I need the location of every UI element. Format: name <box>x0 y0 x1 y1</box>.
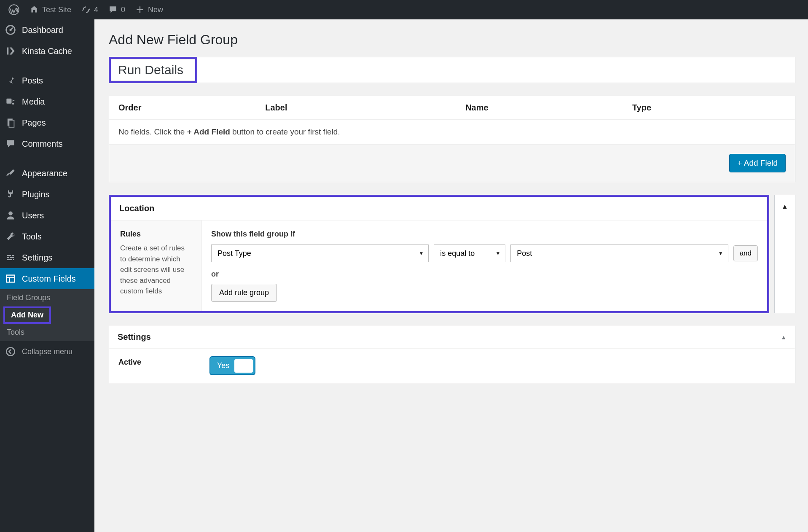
main-content: Add New Field Group Order Label Name Typ… <box>94 19 808 396</box>
settings-toggle[interactable]: ▲ <box>781 334 787 341</box>
new-label: New <box>148 5 163 14</box>
new-link[interactable]: New <box>130 0 168 19</box>
coll. label: Collapse menu <box>22 347 72 356</box>
sliders-icon <box>5 252 16 263</box>
admin-bar: Test Site 4 0 New <box>0 0 808 19</box>
add-rule-group-button[interactable]: Add rule group <box>211 284 277 302</box>
col-order: Order <box>118 103 265 113</box>
sidebar-item-tools[interactable]: Tools <box>0 226 94 247</box>
sidebar-item-plugins[interactable]: Plugins <box>0 184 94 205</box>
sidebar-label: Posts <box>22 76 43 86</box>
col-name: Name <box>465 103 632 113</box>
add-field-button[interactable]: + Add Field <box>729 154 786 172</box>
rule-value-select[interactable]: Post <box>510 245 728 262</box>
settings-control-cell: Yes <box>200 349 795 383</box>
sidebar-item-custom-fields[interactable]: Custom Fields <box>0 268 94 289</box>
page-title: Add New Field Group <box>109 32 795 48</box>
layout-icon <box>5 273 16 284</box>
sidebar-item-users[interactable]: Users <box>0 205 94 226</box>
sidebar-item-kinsta[interactable]: Kinsta Cache <box>0 40 94 62</box>
group-title-input[interactable] <box>111 59 195 81</box>
wordpress-icon <box>8 4 19 15</box>
location-title: Location <box>119 204 759 213</box>
site-name-link[interactable]: Test Site <box>24 0 76 19</box>
settings-header: Settings ▲ <box>109 326 795 348</box>
sidebar-item-pages[interactable]: Pages <box>0 112 94 133</box>
rule-param-select[interactable]: Post Type <box>211 245 429 262</box>
comment-icon <box>5 138 16 149</box>
sidebar-label: Kinsta Cache <box>22 46 72 56</box>
pin-icon <box>5 75 16 86</box>
rule-row: Post Type is equal to Post and <box>211 245 758 262</box>
settings-panel: Settings ▲ Active Yes <box>109 326 795 383</box>
group-title-highlight <box>109 57 197 83</box>
triangle-up-icon: ▲ <box>781 334 787 341</box>
svg-point-7 <box>8 211 13 215</box>
rule-param-wrap: Post Type <box>211 245 429 262</box>
submenu-item-tools[interactable]: Tools <box>0 324 94 341</box>
kinsta-icon <box>5 46 16 56</box>
settings-title: Settings <box>118 332 151 342</box>
sidebar-label: Pages <box>22 118 46 128</box>
active-label: Active <box>118 358 191 367</box>
comments-count: 0 <box>121 5 125 14</box>
add-and-rule-button[interactable]: and <box>733 245 758 261</box>
triangle-up-icon: ▲ <box>781 203 788 210</box>
rules-heading: Rules <box>120 230 192 239</box>
location-side-toggle[interactable]: ▲ <box>774 195 795 313</box>
svg-rect-3 <box>6 99 11 104</box>
admin-sidebar: Dashboard Kinsta Cache Posts Media Pages… <box>0 19 94 396</box>
sidebar-label: Dashboard <box>22 25 63 35</box>
toggle-knob <box>234 359 253 373</box>
sidebar-item-appearance[interactable]: Appearance <box>0 163 94 184</box>
svg-point-2 <box>9 29 11 31</box>
media-icon <box>5 96 16 107</box>
sidebar-label: Tools <box>22 232 42 242</box>
title-input-extension[interactable] <box>197 57 795 83</box>
submenu-item-add-new[interactable]: Add New <box>3 306 51 324</box>
sidebar-item-posts[interactable]: Posts <box>0 70 94 91</box>
location-panel-wrap: Location Rules Create a set of rules to … <box>109 195 795 313</box>
collapse-menu[interactable]: Collapse menu <box>0 341 94 362</box>
sidebar-label: Appearance <box>22 169 67 178</box>
location-panel: Location Rules Create a set of rules to … <box>109 195 769 313</box>
sidebar-item-media[interactable]: Media <box>0 91 94 112</box>
user-icon <box>5 210 16 221</box>
svg-rect-8 <box>6 275 14 282</box>
submenu-item-field-groups[interactable]: Field Groups <box>0 289 94 306</box>
svg-point-4 <box>12 102 14 105</box>
rule-operator-select[interactable]: is equal to <box>434 245 505 262</box>
plus-icon <box>135 5 145 14</box>
comments-link[interactable]: 0 <box>103 0 130 19</box>
pages-icon <box>5 117 16 128</box>
sidebar-label: Plugins <box>22 190 50 199</box>
rules-prompt: Show this field group if <box>211 230 758 239</box>
refresh-icon <box>81 5 91 14</box>
sidebar-item-settings[interactable]: Settings <box>0 247 94 268</box>
sidebar-label: Users <box>22 211 44 220</box>
toggle-label: Yes <box>212 359 234 373</box>
location-body: Rules Create a set of rules to determine… <box>111 220 767 311</box>
comment-icon <box>108 5 118 14</box>
col-type: Type <box>632 103 786 113</box>
no-fields-message: No fields. Click the + Add Field button … <box>109 120 795 145</box>
updates-count: 4 <box>94 5 98 14</box>
dashboard-icon <box>5 24 16 35</box>
wp-logo[interactable] <box>3 0 24 19</box>
location-header: Location <box>111 197 767 220</box>
fields-header-row: Order Label Name Type <box>109 96 795 120</box>
site-name: Test Site <box>42 5 71 14</box>
sidebar-item-dashboard[interactable]: Dashboard <box>0 19 94 40</box>
svg-rect-6 <box>9 120 14 127</box>
fields-footer: + Add Field <box>109 145 795 182</box>
location-rules-editor: Show this field group if Post Type is eq… <box>202 220 767 311</box>
active-toggle[interactable]: Yes <box>209 356 255 375</box>
rule-operator-wrap: is equal to <box>434 245 505 262</box>
collapse-icon <box>5 346 16 357</box>
updates-link[interactable]: 4 <box>76 0 103 19</box>
rules-description: Create a set of rules to determine which… <box>120 243 192 297</box>
sidebar-item-comments[interactable]: Comments <box>0 133 94 154</box>
sidebar-label: Media <box>22 97 45 107</box>
group-title-row <box>109 57 795 83</box>
col-label: Label <box>265 103 465 113</box>
